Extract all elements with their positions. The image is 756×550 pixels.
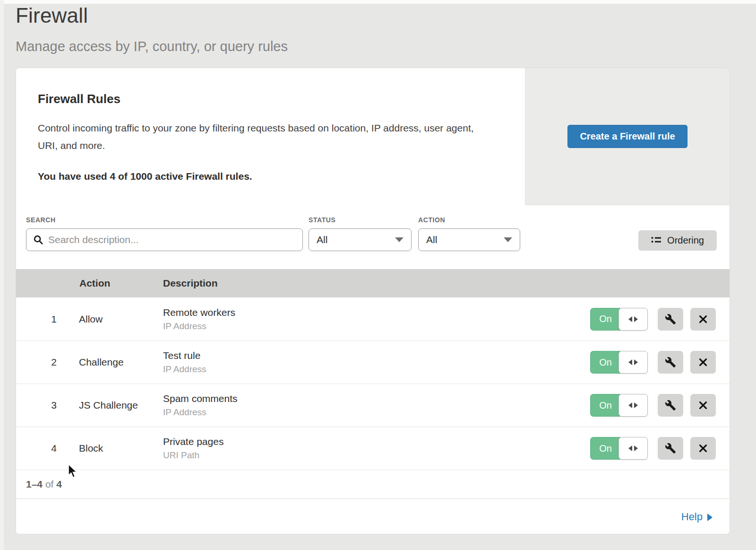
window-left-strip [0, 0, 4, 550]
arrow-right-icon [634, 402, 638, 408]
close-icon [698, 314, 708, 324]
pagination-range: 1–4 [26, 479, 43, 489]
wrench-icon [665, 400, 676, 411]
arrow-left-icon [628, 359, 632, 365]
rules-heading: Firewall Rules [38, 92, 504, 106]
action-selected-value: All [426, 234, 437, 245]
table-row: 4 Block Private pages URI Path On [16, 427, 730, 470]
rule-enabled-toggle[interactable]: On [590, 351, 650, 374]
pagination-text: 1–4 of 4 [26, 479, 62, 490]
rule-priority: 3 [44, 400, 63, 411]
rules-summary: Firewall Rules Control incoming traffic … [16, 68, 526, 205]
rule-enabled-toggle[interactable]: On [590, 308, 650, 331]
toggle-on-label: On [590, 351, 620, 374]
rule-enabled-toggle[interactable]: On [590, 394, 650, 417]
rule-priority: 4 [44, 443, 63, 454]
chevron-down-icon [395, 237, 404, 242]
table-row: 3 JS Challenge Spam comments IP Address … [16, 384, 730, 427]
arrow-left-icon [628, 316, 632, 322]
arrow-left-icon [628, 445, 632, 451]
toggle-knob[interactable] [619, 437, 648, 460]
create-firewall-rule-button[interactable]: Create a Firewall rule [567, 125, 687, 148]
rule-action: Allow [79, 314, 163, 325]
card-top-section: Firewall Rules Control incoming traffic … [16, 68, 730, 205]
edit-rule-button[interactable] [658, 308, 683, 331]
firewall-rules-card: Firewall Rules Control incoming traffic … [16, 68, 730, 534]
search-label: SEARCH [26, 216, 303, 224]
edit-rule-button[interactable] [658, 351, 683, 374]
rule-action: JS Challenge [79, 400, 163, 411]
search-filter-group: SEARCH [26, 216, 303, 251]
wrench-icon [665, 314, 676, 325]
status-filter-group: STATUS All [309, 216, 412, 251]
pagination-total: 4 [56, 479, 62, 489]
rules-table-body: 1 Allow Remote workers IP Address On [16, 297, 730, 470]
arrow-right-icon [634, 359, 638, 365]
help-link-label: Help [681, 511, 703, 523]
column-header-description: Description [163, 278, 218, 289]
arrow-right-icon [634, 316, 638, 322]
edit-rule-button[interactable] [658, 437, 683, 460]
rule-action: Block [79, 443, 163, 454]
ordered-list-icon [651, 236, 662, 245]
search-input[interactable] [48, 234, 296, 245]
search-icon [33, 235, 43, 245]
toggle-knob[interactable] [619, 394, 648, 417]
ordering-button[interactable]: Ordering [638, 230, 717, 251]
toggle-on-label: On [590, 308, 620, 331]
arrow-right-icon [707, 514, 713, 521]
status-select[interactable]: All [309, 228, 412, 251]
delete-rule-button[interactable] [690, 351, 716, 374]
table-row: 1 Allow Remote workers IP Address On [16, 297, 730, 340]
rule-controls: On [590, 341, 716, 384]
arrow-left-icon [628, 402, 632, 408]
create-rule-panel: Create a Firewall rule [525, 68, 730, 205]
pagination-bar: 1–4 of 4 [16, 470, 730, 498]
close-icon [698, 443, 708, 454]
window-top-strip [0, 0, 756, 4]
delete-rule-button[interactable] [690, 308, 716, 331]
table-header: Action Description [16, 269, 730, 297]
action-label: ACTION [418, 216, 520, 224]
column-header-action: Action [79, 278, 163, 289]
toggle-on-label: On [590, 437, 620, 460]
toggle-on-label: On [590, 394, 620, 417]
wrench-icon [665, 443, 676, 454]
action-select[interactable]: All [418, 228, 520, 251]
ordering-button-label: Ordering [667, 235, 704, 246]
search-box[interactable] [26, 228, 303, 251]
table-row: 2 Challenge Test rule IP Address On [16, 340, 730, 384]
page-header: Firewall Manage access by IP, country, o… [16, 4, 288, 54]
edit-rule-button[interactable] [658, 394, 683, 417]
arrow-right-icon [634, 445, 638, 451]
rule-controls: On [590, 297, 716, 340]
rule-action: Challenge [79, 357, 163, 368]
delete-rule-button[interactable] [690, 394, 716, 417]
rule-priority: 2 [44, 357, 63, 368]
close-icon [698, 400, 708, 410]
card-footer: Help [16, 498, 730, 534]
page-subtitle: Manage access by IP, country, or query r… [16, 39, 288, 54]
rule-priority: 1 [44, 314, 63, 325]
rule-controls: On [590, 427, 716, 470]
delete-rule-button[interactable] [690, 437, 716, 460]
toggle-knob[interactable] [619, 308, 648, 331]
chevron-down-icon [504, 237, 512, 242]
status-selected-value: All [317, 234, 327, 245]
action-filter-group: ACTION All [418, 216, 520, 251]
rule-controls: On [590, 384, 716, 427]
rules-usage-count: You have used 4 of 1000 active Firewall … [38, 171, 504, 182]
firewall-page: Firewall Manage access by IP, country, o… [0, 0, 756, 550]
rule-enabled-toggle[interactable]: On [590, 437, 650, 460]
page-title: Firewall [16, 4, 288, 27]
help-link[interactable]: Help [681, 511, 713, 523]
filters-bar: SEARCH STATUS All ACTIO [16, 205, 730, 269]
close-icon [698, 357, 708, 367]
status-label: STATUS [309, 216, 412, 224]
toggle-knob[interactable] [619, 351, 648, 374]
rules-description: Control incoming traffic to your zone by… [38, 120, 487, 155]
wrench-icon [665, 357, 676, 368]
